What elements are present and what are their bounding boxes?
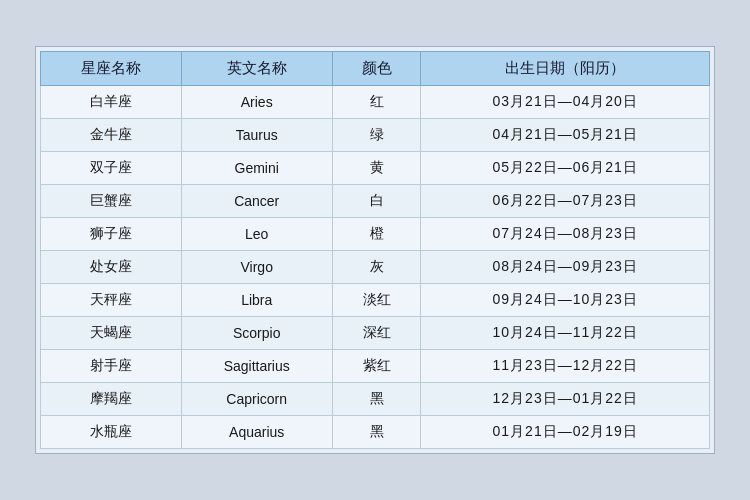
- cell-dates: 03月21日—04月20日: [421, 86, 710, 119]
- cell-chinese-name: 双子座: [41, 152, 182, 185]
- table-row: 水瓶座Aquarius黑01月21日—02月19日: [41, 416, 710, 449]
- cell-english-name: Virgo: [181, 251, 332, 284]
- cell-dates: 06月22日—07月23日: [421, 185, 710, 218]
- cell-color: 深红: [332, 317, 421, 350]
- table-row: 金牛座Taurus绿04月21日—05月21日: [41, 119, 710, 152]
- table-row: 天蝎座Scorpio深红10月24日—11月22日: [41, 317, 710, 350]
- table-row: 摩羯座Capricorn黑12月23日—01月22日: [41, 383, 710, 416]
- cell-color: 灰: [332, 251, 421, 284]
- cell-english-name: Gemini: [181, 152, 332, 185]
- table-row: 天秤座Libra淡红09月24日—10月23日: [41, 284, 710, 317]
- cell-chinese-name: 处女座: [41, 251, 182, 284]
- cell-chinese-name: 射手座: [41, 350, 182, 383]
- cell-dates: 11月23日—12月22日: [421, 350, 710, 383]
- cell-dates: 07月24日—08月23日: [421, 218, 710, 251]
- header-english-name: 英文名称: [181, 52, 332, 86]
- table-row: 白羊座Aries红03月21日—04月20日: [41, 86, 710, 119]
- cell-color: 绿: [332, 119, 421, 152]
- cell-dates: 01月21日—02月19日: [421, 416, 710, 449]
- zodiac-table-container: 星座名称 英文名称 颜色 出生日期（阳历） 白羊座Aries红03月21日—04…: [35, 46, 715, 454]
- cell-english-name: Scorpio: [181, 317, 332, 350]
- cell-chinese-name: 白羊座: [41, 86, 182, 119]
- cell-color: 黑: [332, 416, 421, 449]
- cell-english-name: Sagittarius: [181, 350, 332, 383]
- cell-dates: 12月23日—01月22日: [421, 383, 710, 416]
- cell-chinese-name: 金牛座: [41, 119, 182, 152]
- cell-color: 白: [332, 185, 421, 218]
- cell-color: 橙: [332, 218, 421, 251]
- cell-chinese-name: 狮子座: [41, 218, 182, 251]
- cell-chinese-name: 水瓶座: [41, 416, 182, 449]
- cell-color: 紫红: [332, 350, 421, 383]
- cell-dates: 05月22日—06月21日: [421, 152, 710, 185]
- cell-english-name: Aquarius: [181, 416, 332, 449]
- table-row: 处女座Virgo灰08月24日—09月23日: [41, 251, 710, 284]
- cell-color: 黑: [332, 383, 421, 416]
- zodiac-table: 星座名称 英文名称 颜色 出生日期（阳历） 白羊座Aries红03月21日—04…: [40, 51, 710, 449]
- table-row: 巨蟹座Cancer白06月22日—07月23日: [41, 185, 710, 218]
- table-row: 狮子座Leo橙07月24日—08月23日: [41, 218, 710, 251]
- cell-dates: 08月24日—09月23日: [421, 251, 710, 284]
- cell-chinese-name: 摩羯座: [41, 383, 182, 416]
- cell-color: 红: [332, 86, 421, 119]
- cell-chinese-name: 天秤座: [41, 284, 182, 317]
- header-chinese-name: 星座名称: [41, 52, 182, 86]
- cell-dates: 10月24日—11月22日: [421, 317, 710, 350]
- header-color: 颜色: [332, 52, 421, 86]
- cell-english-name: Leo: [181, 218, 332, 251]
- cell-color: 淡红: [332, 284, 421, 317]
- cell-english-name: Capricorn: [181, 383, 332, 416]
- cell-dates: 09月24日—10月23日: [421, 284, 710, 317]
- cell-chinese-name: 天蝎座: [41, 317, 182, 350]
- table-header-row: 星座名称 英文名称 颜色 出生日期（阳历）: [41, 52, 710, 86]
- header-birth-date: 出生日期（阳历）: [421, 52, 710, 86]
- cell-english-name: Aries: [181, 86, 332, 119]
- cell-dates: 04月21日—05月21日: [421, 119, 710, 152]
- cell-chinese-name: 巨蟹座: [41, 185, 182, 218]
- cell-color: 黄: [332, 152, 421, 185]
- table-row: 双子座Gemini黄05月22日—06月21日: [41, 152, 710, 185]
- cell-english-name: Cancer: [181, 185, 332, 218]
- cell-english-name: Taurus: [181, 119, 332, 152]
- cell-english-name: Libra: [181, 284, 332, 317]
- table-row: 射手座Sagittarius紫红11月23日—12月22日: [41, 350, 710, 383]
